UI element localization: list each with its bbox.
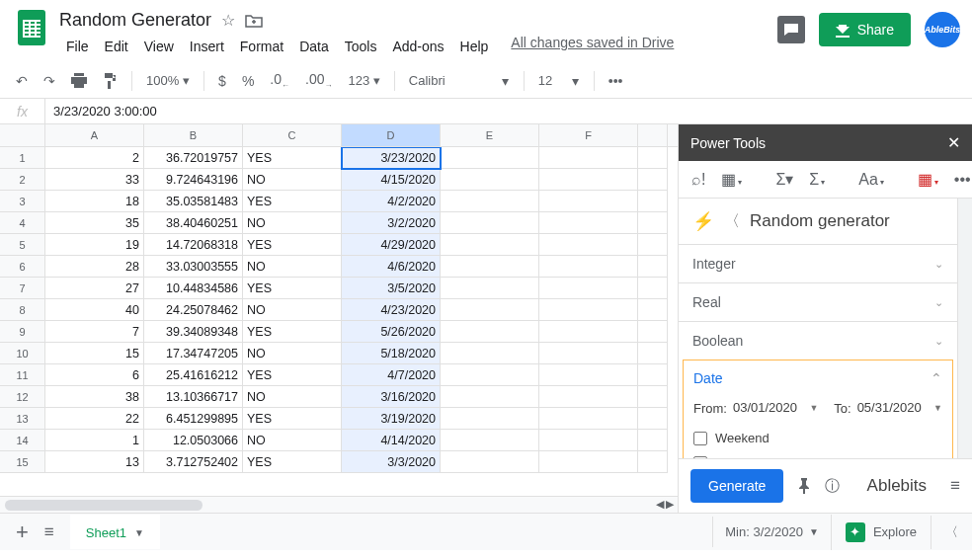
menu-edit[interactable]: Edit [98, 35, 135, 58]
info-icon[interactable]: ⓘ [825, 477, 840, 496]
cell[interactable] [539, 364, 638, 386]
saved-status[interactable]: All changes saved in Drive [511, 35, 674, 58]
cell[interactable]: 17.34747205 [144, 343, 243, 364]
pin-icon[interactable] [797, 478, 811, 494]
select-all-corner[interactable] [0, 124, 45, 146]
search-tool-icon[interactable]: ⌕! [688, 168, 708, 192]
menu-help[interactable]: Help [453, 35, 496, 58]
undo-icon[interactable]: ↶ [10, 68, 34, 94]
zoom-dropdown[interactable]: 100% ▾ [140, 69, 196, 92]
cell[interactable]: 28 [45, 256, 144, 278]
redo-icon[interactable]: ↷ [38, 68, 61, 94]
cell[interactable] [441, 299, 539, 321]
more-toolbar-icon[interactable]: ••• [603, 68, 629, 94]
cell[interactable]: 4/15/2020 [342, 169, 441, 191]
spreadsheet-grid[interactable]: 1236.72019757YES3/23/20202339.724643196N… [0, 147, 678, 496]
menu-format[interactable]: Format [233, 35, 290, 58]
weekend-checkbox[interactable] [693, 432, 707, 445]
cell[interactable]: NO [243, 343, 342, 364]
cell[interactable]: YES [243, 147, 342, 169]
cell[interactable]: YES [243, 234, 342, 256]
cell[interactable] [638, 386, 668, 408]
cell[interactable]: YES [243, 321, 342, 343]
cell[interactable]: 24.25078462 [144, 299, 243, 321]
increase-decimal-button[interactable]: .00→ [299, 66, 338, 95]
from-dropdown-icon[interactable]: ▼ [809, 403, 818, 413]
col-header-F[interactable]: F [539, 124, 638, 146]
cell[interactable] [539, 191, 638, 212]
section-boolean[interactable]: Boolean⌄ [679, 321, 957, 360]
cell[interactable]: 3/16/2020 [342, 386, 441, 408]
cell[interactable]: 4/2/2020 [342, 191, 441, 212]
cell[interactable]: 13.10366717 [144, 386, 243, 408]
cell[interactable]: YES [243, 191, 342, 212]
decrease-decimal-button[interactable]: .0← [264, 66, 295, 95]
cell[interactable] [441, 234, 539, 256]
cell[interactable]: 36.72019757 [144, 147, 243, 169]
cell[interactable]: NO [243, 256, 342, 278]
sidebar-scrollbar[interactable] [957, 199, 972, 458]
cell[interactable] [638, 451, 668, 473]
cell[interactable]: 4/6/2020 [342, 256, 441, 278]
percent-button[interactable]: % [236, 68, 260, 94]
cell[interactable] [638, 256, 668, 278]
menu-file[interactable]: File [59, 35, 96, 58]
cell[interactable]: 3/19/2020 [342, 408, 441, 430]
row-header[interactable]: 2 [0, 169, 45, 191]
format-dropdown[interactable]: 123 ▾ [342, 69, 385, 92]
cell[interactable]: 6.451299895 [144, 408, 243, 430]
fontsize-arrow[interactable]: ▾ [566, 68, 586, 94]
fontsize-dropdown[interactable]: 12 [532, 69, 562, 92]
cell[interactable]: 3/3/2020 [342, 451, 441, 473]
cell[interactable]: 19 [45, 234, 144, 256]
cell[interactable]: 5/18/2020 [342, 343, 441, 364]
sum-tool-icon[interactable]: Σ▾ [772, 167, 796, 192]
cell[interactable] [638, 278, 668, 299]
cell[interactable]: YES [243, 408, 342, 430]
menu-icon[interactable]: ≡ [950, 476, 960, 496]
cell[interactable]: 12.0503066 [144, 430, 243, 451]
cell[interactable] [638, 321, 668, 343]
cell[interactable] [539, 278, 638, 299]
to-dropdown-icon[interactable]: ▼ [933, 403, 942, 413]
cell[interactable] [539, 212, 638, 234]
col-header-partial[interactable] [638, 124, 668, 146]
col-header-B[interactable]: B [144, 124, 243, 146]
row-header[interactable]: 14 [0, 430, 45, 451]
cell[interactable]: 3/5/2020 [342, 278, 441, 299]
sigma-tool-icon[interactable]: Σ [806, 168, 828, 192]
cell[interactable]: 1 [45, 430, 144, 451]
cell[interactable]: 4/29/2020 [342, 234, 441, 256]
cell[interactable]: NO [243, 430, 342, 451]
table-tool-icon[interactable]: ▦ [718, 167, 745, 192]
row-header[interactable]: 12 [0, 386, 45, 408]
cell[interactable]: 3/23/2020 [342, 147, 441, 169]
menu-add-ons[interactable]: Add-ons [385, 35, 450, 58]
cell[interactable]: 25.41616212 [144, 364, 243, 386]
paint-format-icon[interactable] [97, 68, 123, 94]
cell[interactable] [638, 299, 668, 321]
cell[interactable] [441, 451, 539, 473]
cell[interactable]: 10.44834586 [144, 278, 243, 299]
row-header[interactable]: 9 [0, 321, 45, 343]
cell[interactable] [539, 169, 638, 191]
cell[interactable] [638, 234, 668, 256]
cell[interactable]: 14.72068318 [144, 234, 243, 256]
row-header[interactable]: 10 [0, 343, 45, 364]
menu-data[interactable]: Data [292, 35, 336, 58]
cell[interactable] [441, 408, 539, 430]
cell[interactable] [638, 430, 668, 451]
cell[interactable] [441, 191, 539, 212]
text-tool-icon[interactable]: Aa [855, 168, 887, 192]
cell[interactable] [441, 386, 539, 408]
cell[interactable]: 40 [45, 299, 144, 321]
clear-tool-icon[interactable]: ▦ [915, 167, 941, 192]
row-header[interactable]: 6 [0, 256, 45, 278]
close-icon[interactable]: ✕ [947, 133, 960, 152]
menu-view[interactable]: View [137, 35, 181, 58]
star-icon[interactable]: ☆ [221, 11, 235, 30]
cell[interactable]: 18 [45, 191, 144, 212]
cell[interactable] [638, 147, 668, 169]
cell[interactable]: 33.03003555 [144, 256, 243, 278]
cell[interactable]: 33 [45, 169, 144, 191]
